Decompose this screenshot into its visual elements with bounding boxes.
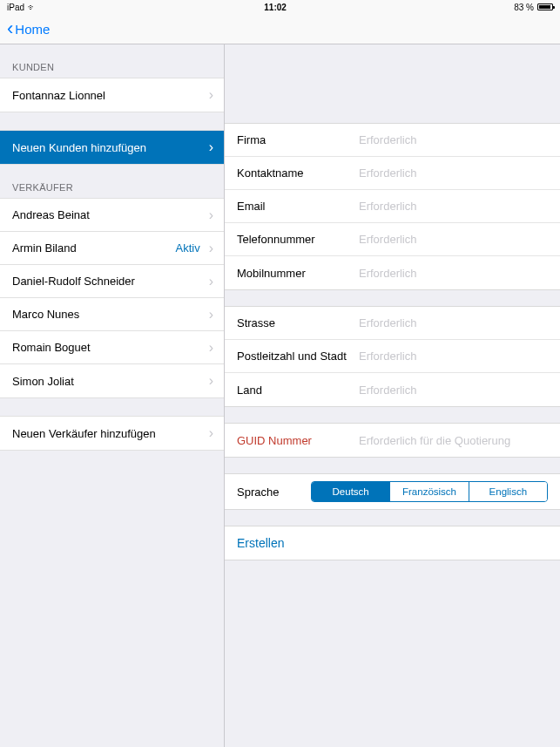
- chevron-right-icon: ›: [209, 373, 213, 389]
- chevron-right-icon: ›: [209, 340, 213, 356]
- form-row: Postleitzahl und Stadt: [225, 340, 560, 373]
- language-option[interactable]: Deutsch: [312, 482, 390, 501]
- form-row: Strasse: [225, 307, 560, 340]
- form-row-guid: GUID Nummer: [225, 424, 560, 457]
- list-item-kunde[interactable]: Fontannaz Lionnel ›: [0, 78, 224, 112]
- chevron-right-icon: ›: [209, 241, 213, 256]
- form-label: Firma: [237, 133, 359, 146]
- form-group-language: Sprache DeutschFranzösischEnglisch: [225, 473, 560, 510]
- add-kunde-button[interactable]: Neuen Kunden hinzufügen ›: [0, 131, 224, 164]
- form-row: Firma: [225, 124, 560, 157]
- list-item-verkaufer[interactable]: Armin BilandAktiv›: [0, 232, 224, 265]
- nav-bar: ‹ Home: [0, 14, 560, 44]
- add-verkaufer-label: Neuen Verkäufer hinzufügen: [12, 427, 156, 440]
- chevron-left-icon: ‹: [7, 19, 13, 38]
- list-item-verkaufer[interactable]: Romain Boguet›: [0, 331, 224, 364]
- text-input[interactable]: [359, 166, 548, 180]
- status-device: iPad ᯤ: [7, 3, 37, 12]
- text-input[interactable]: [359, 200, 548, 213]
- form-label-guid: GUID Nummer: [237, 434, 359, 447]
- language-option[interactable]: Englisch: [469, 482, 547, 501]
- form-label: Postleitzahl und Stadt: [237, 350, 359, 363]
- list-item-verkaufer[interactable]: Daniel-Rudolf Schneider›: [0, 265, 224, 298]
- list-item-label: Marco Nunes: [12, 308, 79, 321]
- back-label: Home: [15, 22, 50, 37]
- form-label: Email: [237, 200, 359, 213]
- list-item-verkaufer[interactable]: Simon Joliat›: [0, 364, 224, 397]
- language-segmented: DeutschFranzösischEnglisch: [311, 481, 548, 502]
- sidebar: KUNDEN Fontannaz Lionnel › Neuen Kunden …: [0, 44, 225, 747]
- text-input[interactable]: [359, 233, 548, 246]
- guid-input[interactable]: [359, 434, 548, 447]
- status-battery: 83 %: [514, 3, 553, 12]
- form-label: Mobilnummer: [237, 267, 359, 280]
- form-group-guid: GUID Nummer: [225, 423, 560, 458]
- form-row: Land: [225, 373, 560, 406]
- list-item-label: Simon Joliat: [12, 375, 74, 388]
- status-bar: iPad ᯤ 11:02 83 %: [0, 0, 560, 14]
- form-label: Land: [237, 384, 359, 397]
- create-button[interactable]: Erstellen: [225, 526, 560, 560]
- text-input[interactable]: [359, 316, 548, 329]
- list-item-verkaufer[interactable]: Marco Nunes›: [0, 298, 224, 331]
- form-group-address: StrassePostleitzahl und StadtLand: [225, 306, 560, 407]
- list-item-label: Armin Biland: [12, 241, 77, 255]
- form-label: Telefonnummer: [237, 233, 359, 246]
- back-button[interactable]: ‹ Home: [7, 19, 50, 38]
- section-header-kunden: KUNDEN: [0, 44, 224, 78]
- form-label: Kontaktname: [237, 166, 359, 180]
- add-verkaufer-button[interactable]: Neuen Verkäufer hinzufügen ›: [0, 417, 224, 450]
- form-row: Email: [225, 190, 560, 223]
- form-row: Kontaktname: [225, 157, 560, 190]
- language-option[interactable]: Französisch: [390, 482, 469, 501]
- chevron-right-icon: ›: [209, 207, 213, 223]
- status-time: 11:02: [264, 3, 287, 12]
- chevron-right-icon: ›: [209, 139, 213, 155]
- form-row: Telefonnummer: [225, 223, 560, 256]
- list-item-verkaufer[interactable]: Andreas Beinat›: [0, 199, 224, 232]
- text-input[interactable]: [359, 267, 548, 280]
- chevron-right-icon: ›: [209, 307, 213, 323]
- battery-icon: [537, 3, 553, 10]
- form-group-contact: FirmaKontaktnameEmailTelefonnummerMobiln…: [225, 123, 560, 290]
- text-input[interactable]: [359, 350, 548, 363]
- form-row: Mobilnummer: [225, 256, 560, 289]
- add-kunde-label: Neuen Kunden hinzufügen: [12, 141, 146, 154]
- list-item-label: Andreas Beinat: [12, 208, 90, 221]
- status-text: Aktiv: [176, 241, 200, 255]
- list-item-label: Fontannaz Lionnel: [12, 89, 105, 102]
- content-pane: FirmaKontaktnameEmailTelefonnummerMobiln…: [225, 44, 560, 747]
- text-input[interactable]: [359, 133, 548, 146]
- section-header-verkaufer: VERKÄUFER: [0, 165, 224, 198]
- chevron-right-icon: ›: [209, 425, 213, 441]
- chevron-right-icon: ›: [209, 274, 213, 289]
- text-input[interactable]: [359, 384, 548, 397]
- chevron-right-icon: ›: [209, 87, 213, 103]
- list-item-label: Daniel-Rudolf Schneider: [12, 275, 135, 288]
- list-item-label: Romain Boguet: [12, 341, 91, 354]
- form-label: Strasse: [237, 316, 359, 329]
- language-label: Sprache: [237, 486, 311, 499]
